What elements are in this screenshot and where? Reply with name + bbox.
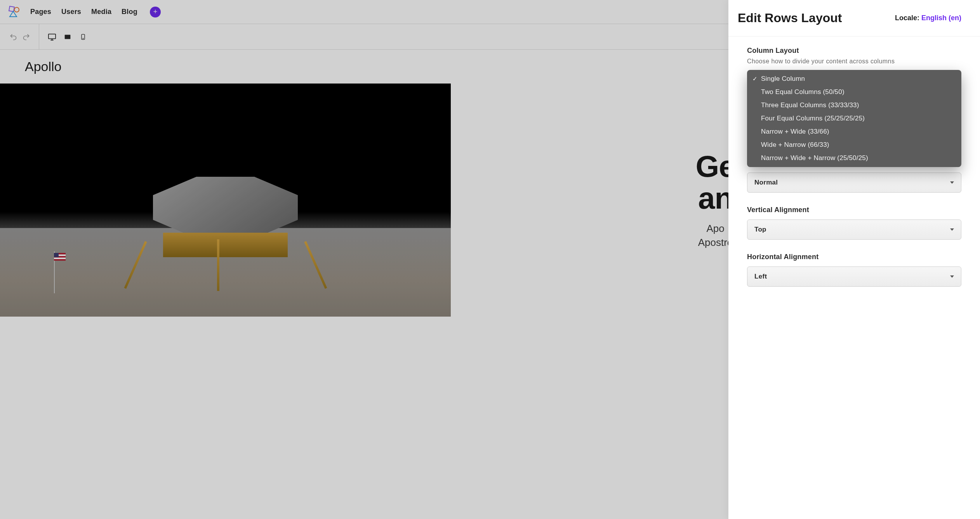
- dropdown-option-single[interactable]: Single Column: [747, 72, 961, 85]
- select-value: Normal: [754, 179, 778, 186]
- caret-down-icon: [950, 228, 954, 231]
- caret-down-icon: [950, 181, 954, 184]
- select-value: Left: [754, 273, 767, 280]
- locale-value: English (en): [921, 14, 961, 22]
- locale-switch[interactable]: Locale: English (en): [895, 14, 961, 22]
- field-label: Horizontal Alignment: [747, 253, 961, 261]
- dropdown-option-narrow-wide[interactable]: Narrow + Wide (33/66): [747, 125, 961, 138]
- field-vertical-align: Vertical Alignment Top: [747, 206, 961, 240]
- edit-panel: Edit Rows Layout Locale: English (en) Co…: [728, 0, 980, 519]
- field-label: Vertical Alignment: [747, 206, 961, 214]
- field-help: Choose how to divide your content across…: [747, 58, 961, 65]
- panel-header: Edit Rows Layout Locale: English (en): [728, 0, 980, 37]
- field-label: Column Layout: [747, 47, 961, 55]
- dropdown-option-wide-narrow[interactable]: Wide + Narrow (66/33): [747, 138, 961, 152]
- dropdown-option-three-equal[interactable]: Three Equal Columns (33/33/33): [747, 99, 961, 112]
- dropdown-option-two-equal[interactable]: Two Equal Columns (50/50): [747, 85, 961, 99]
- locale-label: Locale:: [895, 14, 921, 22]
- field-column-layout: Column Layout Choose how to divide your …: [747, 47, 961, 146]
- dropdown-option-four-equal[interactable]: Four Equal Columns (25/25/25/25): [747, 112, 961, 125]
- field-horizontal-align: Horizontal Alignment Left: [747, 253, 961, 287]
- column-layout-dropdown: Single Column Two Equal Columns (50/50) …: [747, 70, 961, 167]
- space-between-select[interactable]: Normal: [747, 172, 961, 193]
- panel-title: Edit Rows Layout: [738, 11, 842, 25]
- horizontal-align-select[interactable]: Left: [747, 266, 961, 287]
- caret-down-icon: [950, 275, 954, 278]
- select-value: Top: [754, 226, 766, 233]
- panel-body: Column Layout Choose how to divide your …: [728, 37, 980, 297]
- dropdown-option-nwn[interactable]: Narrow + Wide + Narrow (25/50/25): [747, 152, 961, 165]
- vertical-align-select[interactable]: Top: [747, 219, 961, 240]
